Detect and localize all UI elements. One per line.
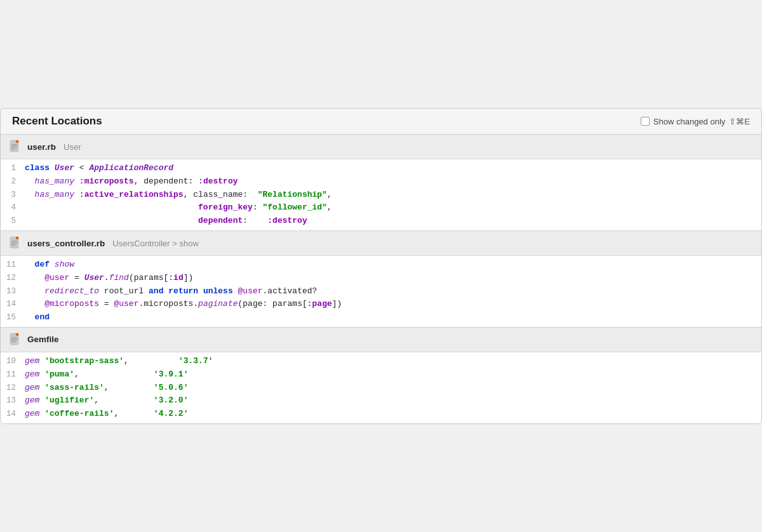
token-str: 'uglifier'	[44, 396, 94, 405]
token-sym: dependent	[198, 216, 243, 225]
section-filename: Gemfile	[27, 335, 59, 344]
token-method: redirect_to	[44, 286, 99, 296]
token-plain: .	[104, 273, 109, 283]
show-changed-checkbox[interactable]	[641, 117, 650, 126]
line-content: end	[25, 311, 761, 324]
token-kw: class	[25, 163, 55, 173]
section-header-gemfile[interactable]: Gemfile	[1, 328, 761, 352]
shortcut-hint: ⇧⌘E	[729, 117, 750, 126]
section-filename: users_controller.rb	[27, 239, 105, 248]
token-str: '4.2.2'	[154, 409, 189, 418]
token-str: 'sass-rails'	[44, 383, 104, 392]
section-users-controller-rb: users_controller.rbUsersController > sho…	[1, 230, 761, 327]
token-sym: :destroy	[198, 176, 237, 186]
code-line: 11 def show	[1, 258, 761, 272]
section-context: UsersController > show	[112, 239, 198, 248]
code-line: 2 has_many :microposts, dependent: :dest…	[1, 175, 761, 189]
token-plain	[25, 260, 35, 269]
token-ivar: @microposts	[44, 299, 99, 309]
token-ivar: @user	[114, 299, 138, 309]
section-filename: user.rb	[27, 142, 56, 152]
section-header-user-rb[interactable]: user.rbUser	[1, 135, 761, 159]
file-icon	[10, 236, 22, 250]
code-line: 3 has_many :active_relationships, class_…	[1, 189, 761, 202]
panel-title: Recent Locations	[12, 115, 102, 128]
token-plain: ])	[332, 299, 342, 309]
line-content: gem 'uglifier', '3.2.0'	[25, 394, 761, 408]
code-line: 12 @user = User.find(params[:id])	[1, 272, 761, 285]
code-line: 14gem 'coffee-rails', '4.2.2'	[1, 408, 761, 421]
token-plain: <	[74, 163, 89, 173]
token-kw: return	[168, 286, 198, 296]
token-plain: ,	[114, 409, 153, 418]
token-plain	[25, 190, 35, 199]
token-plain: ,	[327, 190, 332, 199]
token-sym: :active_relationships	[79, 190, 184, 199]
token-sym: foreign_key	[198, 203, 253, 212]
line-number: 14	[1, 408, 25, 420]
code-line: 13 redirect_to root_url and return unles…	[1, 285, 761, 298]
token-kw: end	[35, 312, 50, 322]
token-plain: (params[	[129, 273, 168, 283]
line-number: 3	[1, 189, 25, 201]
section-header-users-controller-rb[interactable]: users_controller.rbUsersController > sho…	[1, 231, 761, 256]
token-sym: :destroy	[267, 216, 307, 225]
token-method: has_many	[35, 190, 74, 199]
code-line: 14 @microposts = @user.microposts.pagina…	[1, 298, 761, 311]
token-plain: .activated?	[263, 286, 318, 296]
token-plain: =	[99, 299, 114, 309]
line-number: 12	[1, 272, 25, 284]
token-method: gem	[25, 396, 39, 405]
token-plain: :	[243, 216, 267, 225]
token-ivar: @user	[238, 286, 263, 296]
token-method: gem	[25, 409, 39, 418]
token-plain: , class_name:	[184, 190, 258, 199]
line-number: 15	[1, 311, 25, 324]
token-plain: , dependent:	[134, 176, 198, 186]
token-plain: :	[253, 203, 263, 212]
token-plain: ,	[94, 396, 154, 405]
token-plain	[74, 190, 79, 199]
file-icon	[10, 140, 22, 154]
line-number: 12	[1, 382, 25, 394]
code-block: 1class User < ApplicationRecord2 has_man…	[1, 159, 761, 230]
code-line: 10gem 'bootstrap-sass', '3.3.7'	[1, 355, 761, 368]
code-line: 1class User < ApplicationRecord	[1, 162, 761, 175]
line-number: 1	[1, 162, 25, 175]
line-content: def show	[25, 258, 761, 272]
token-sym: :id	[168, 273, 183, 283]
show-changed-label: Show changed only	[653, 117, 725, 126]
code-block: 10gem 'bootstrap-sass', '3.3.7'11gem 'pu…	[1, 352, 761, 423]
token-kw: unless	[203, 286, 233, 296]
token-str: 'puma'	[44, 369, 74, 379]
code-line: 13gem 'uglifier', '3.2.0'	[1, 394, 761, 408]
token-plain: root_url	[99, 286, 149, 296]
line-number: 11	[1, 368, 25, 381]
code-line: 15 end	[1, 311, 761, 324]
token-sym: :microposts	[79, 176, 134, 186]
token-plain: ,	[124, 356, 178, 366]
line-content: dependent: :destroy	[25, 215, 761, 228]
code-block: 11 def show12 @user = User.find(params[:…	[1, 256, 761, 327]
line-number: 4	[1, 201, 25, 214]
code-line: 4 foreign_key: "follower_id",	[1, 201, 761, 215]
line-content: has_many :active_relationships, class_na…	[25, 189, 761, 202]
token-method: find	[109, 273, 129, 283]
token-sym: :page	[307, 299, 332, 309]
code-line: 5 dependent: :destroy	[1, 215, 761, 228]
line-number: 10	[1, 355, 25, 368]
token-cls: ApplicationRecord	[89, 163, 173, 173]
token-plain	[198, 286, 203, 296]
token-cls: User	[84, 273, 104, 283]
token-plain	[25, 273, 44, 283]
token-plain: (page: params[	[238, 299, 307, 309]
token-kw: def	[35, 260, 55, 269]
show-changed-only-control[interactable]: Show changed only ⇧⌘E	[641, 117, 750, 126]
token-plain	[25, 176, 35, 186]
token-plain: ,	[104, 383, 154, 392]
line-number: 5	[1, 215, 25, 227]
panel-header: Recent Locations Show changed only ⇧⌘E	[1, 109, 761, 134]
line-content: gem 'bootstrap-sass', '3.3.7'	[25, 355, 761, 368]
token-plain	[233, 286, 238, 296]
token-method: has_many	[35, 176, 74, 186]
